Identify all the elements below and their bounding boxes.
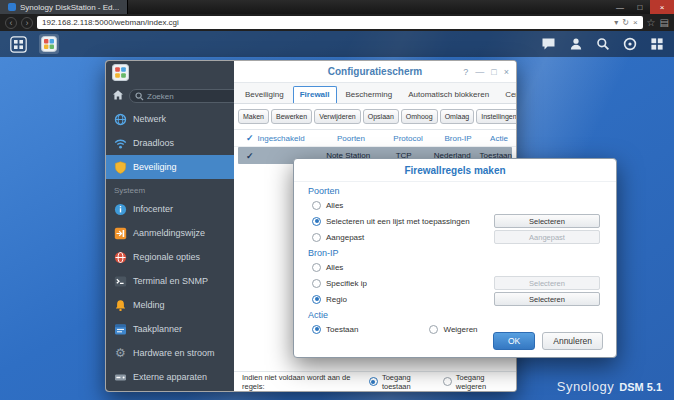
header-poorten[interactable]: Poorten	[316, 134, 386, 143]
sidebar-item-taakplanner[interactable]: Taakplanner	[106, 317, 234, 341]
bron-specifiek-selecteren-button[interactable]: Selecteren	[494, 276, 600, 290]
sidebar-item-label: Externe apparaten	[133, 372, 207, 382]
forward-button[interactable]: ›	[21, 17, 33, 29]
annuleren-button[interactable]: Annuleren	[542, 332, 603, 350]
home-icon[interactable]	[112, 87, 124, 105]
toegang-toestaan-radio[interactable]	[369, 377, 378, 386]
toegang-weigeren-radio[interactable]	[443, 377, 452, 386]
main-menu-icon[interactable]	[10, 36, 27, 53]
user-account-icon[interactable]	[569, 37, 583, 51]
window-close-button[interactable]: ×	[650, 0, 674, 14]
sidebar-item-label: Beveiliging	[133, 162, 177, 172]
browser-titlebar: Synology DiskStation - Ed... — □ ×	[0, 0, 674, 14]
window-minimize-button[interactable]: —	[610, 0, 630, 14]
poorten-selecteren-button[interactable]: Selecteren	[494, 214, 600, 228]
ok-button[interactable]: OK	[493, 332, 535, 350]
sidebar-item-externe-apparaten[interactable]: Externe apparaten	[106, 365, 234, 389]
actie-weigeren-label: Weigeren	[443, 325, 477, 334]
bron-alles-label: Alles	[326, 263, 343, 272]
sidebar-item-beveiliging[interactable]: Beveiliging	[106, 155, 234, 179]
default-policy-footer: Indien niet voldaan wordt aan de regels:…	[234, 371, 516, 391]
back-button[interactable]: ‹	[5, 17, 17, 29]
favorites-panel-icon[interactable]: ▤	[660, 14, 669, 31]
bron-regio-selecteren-button[interactable]: Selecteren	[494, 292, 600, 306]
widgets-icon[interactable]	[650, 37, 664, 51]
actie-weigeren-radio[interactable]	[429, 325, 438, 334]
gear-icon: ⚙	[114, 347, 127, 360]
tab-certificaat[interactable]: Certificaat	[498, 86, 517, 103]
control-panel-titlebar: Configuratiescherm ? — □ ×	[234, 61, 516, 83]
dialog-title: Firewallregels maken	[294, 159, 616, 182]
close-icon[interactable]: ×	[504, 67, 509, 77]
maken-button[interactable]: Maken	[238, 109, 269, 124]
sidebar-item-draadloos[interactable]: Draadloos	[106, 131, 234, 155]
minimize-icon[interactable]: —	[475, 67, 484, 77]
bron-alles-radio[interactable]	[312, 263, 321, 272]
info-icon	[114, 203, 127, 216]
bewerken-button[interactable]: Bewerken	[271, 109, 312, 124]
favorites-star-icon[interactable]: ☆	[647, 14, 656, 31]
maximize-icon[interactable]: □	[491, 67, 496, 77]
tab-bescherming[interactable]: Bescherming	[339, 86, 400, 103]
dsm-logo: Synology DSM 5.1	[557, 379, 662, 394]
browser-addressbar: ‹ › 192.168.2.118:5000/webman/index.cgi …	[0, 14, 674, 31]
browser-tab[interactable]: Synology DiskStation - Ed...	[0, 0, 128, 14]
stop-icon[interactable]: ×	[633, 18, 638, 27]
search-icon[interactable]	[596, 37, 610, 51]
sidebar-item-netwerk[interactable]: Netwerk	[106, 107, 234, 131]
search-magnifier-icon	[135, 87, 144, 105]
pilot-view-icon[interactable]	[623, 37, 637, 51]
omhoog-button[interactable]: Omhoog	[401, 109, 438, 124]
open-control-panel-app-icon[interactable]	[39, 34, 59, 54]
sidebar-item-terminal-snmp[interactable]: Terminal en SNMP	[106, 269, 234, 293]
control-panel-sidebar: Netwerk Draadloos Beveiliging Systeem In…	[106, 61, 234, 391]
poorten-aangepast-button[interactable]: Aangepast	[494, 230, 600, 244]
refresh-icon[interactable]: ↻	[622, 18, 629, 27]
poorten-section-label: Poorten	[308, 186, 602, 196]
sidebar-item-hardware-stroom[interactable]: ⚙ Hardware en stroom	[106, 341, 234, 365]
actie-toestaan-radio[interactable]	[312, 325, 321, 334]
sidebar-section-systeem: Systeem	[106, 179, 234, 197]
url-field-icons: ▾ ↻ ×	[614, 18, 637, 27]
autocomplete-arrow-icon[interactable]: ▾	[614, 18, 618, 27]
url-field[interactable]: 192.168.2.118:5000/webman/index.cgi ▾ ↻ …	[37, 16, 643, 29]
window-maximize-button[interactable]: □	[630, 0, 650, 14]
sidebar-item-label: Melding	[133, 300, 165, 310]
header-actie[interactable]: Actie	[486, 134, 512, 143]
help-icon[interactable]: ?	[463, 67, 468, 77]
url-text: 192.168.2.118:5000/webman/index.cgi	[42, 18, 610, 27]
opslaan-button[interactable]: Opslaan	[363, 109, 399, 124]
tab-firewall[interactable]: Firewall	[293, 86, 337, 103]
bron-specifiek-radio[interactable]	[312, 279, 321, 288]
bell-icon	[114, 299, 127, 312]
dsm-taskbar	[0, 31, 674, 57]
dsm-desktop: Netwerk Draadloos Beveiliging Systeem In…	[0, 31, 674, 400]
sidebar-item-infocenter[interactable]: Infocenter	[106, 197, 234, 221]
sidebar-item-regionale-opties[interactable]: Regionale opties	[106, 245, 234, 269]
toegang-weigeren-label: Toegang weigeren	[456, 373, 508, 391]
verwijderen-button[interactable]: Verwijderen	[314, 109, 361, 124]
omlaag-button[interactable]: Omlaag	[440, 109, 475, 124]
bron-specifiek-label: Specifiek ip	[326, 279, 367, 288]
globe-icon	[114, 113, 127, 126]
header-protocol[interactable]: Protocol	[386, 134, 430, 143]
bron-regio-label: Regio	[326, 295, 347, 304]
tab-beveiliging[interactable]: Beveiliging	[238, 86, 291, 103]
poorten-alles-radio[interactable]	[312, 201, 321, 210]
logo-version: DSM 5.1	[619, 381, 662, 393]
sidebar-item-aanmeldingswijze[interactable]: Aanmeldingswijze	[106, 221, 234, 245]
poorten-aangepast-label: Aangepast	[326, 233, 364, 242]
poorten-aangepast-radio[interactable]	[312, 233, 321, 242]
poorten-lijst-radio[interactable]	[312, 217, 321, 226]
tab-automatisch-blokkeren[interactable]: Automatisch blokkeren	[401, 86, 496, 103]
header-ingeschakeld[interactable]: Ingeschakeld	[258, 134, 305, 143]
instellingen-button[interactable]: Instellingen	[476, 109, 517, 124]
default-policy-label: Indien niet voldaan wordt aan de regels:	[242, 373, 359, 391]
bron-regio-radio[interactable]	[312, 295, 321, 304]
notifications-chat-icon[interactable]	[541, 37, 556, 51]
site-favicon-icon	[8, 3, 16, 11]
wifi-icon	[114, 137, 127, 150]
browser-tab-title: Synology DiskStation - Ed...	[20, 3, 119, 12]
header-bron-ip[interactable]: Bron-IP	[430, 134, 486, 143]
sidebar-item-melding[interactable]: Melding	[106, 293, 234, 317]
